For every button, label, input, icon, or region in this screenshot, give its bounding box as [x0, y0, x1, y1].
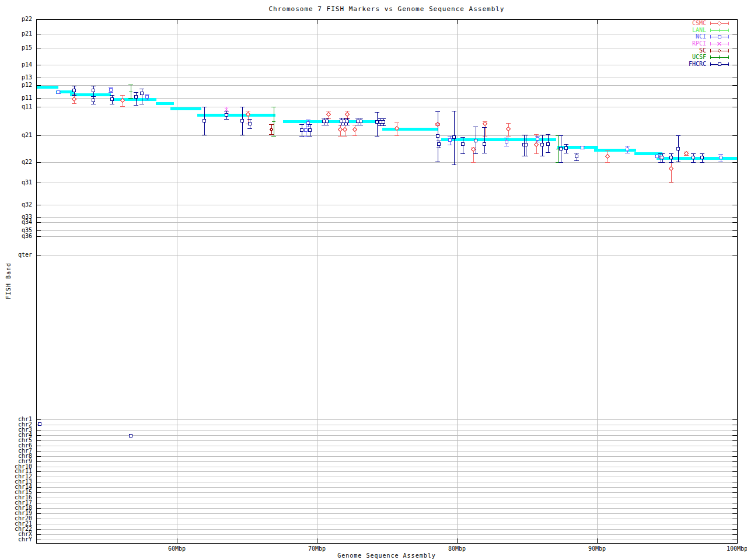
- legend-label-LANL: LANL: [692, 27, 706, 33]
- marker-FHCRC: [130, 435, 132, 438]
- marker-NCI: [581, 146, 584, 149]
- marker-FHCRC: [301, 129, 303, 132]
- y-tick-label: q21: [22, 132, 32, 138]
- marker-FHCRC: [575, 155, 578, 158]
- marker-FHCRC: [382, 121, 385, 124]
- marker-FHCRC: [241, 120, 244, 123]
- marker-FHCRC: [560, 148, 563, 150]
- marker-FHCRC: [326, 120, 329, 123]
- plot-canvas: p22p21p15p14p13p12p11q11q21q22q31q32q33q…: [0, 0, 747, 560]
- marker-FHCRC: [565, 147, 568, 150]
- marker-FHCRC: [701, 156, 704, 159]
- marker-CSMC: [343, 128, 347, 132]
- y-tick-label: p15: [22, 44, 32, 51]
- y-tick-label: q32: [22, 201, 32, 208]
- marker-FHCRC: [203, 120, 206, 123]
- legend-label-UCSF: UCSF: [692, 54, 706, 60]
- marker-CSMC: [353, 128, 357, 132]
- marker-FHCRC: [474, 139, 477, 142]
- marker-FHCRC: [225, 114, 228, 117]
- marker-FHCRC: [376, 121, 379, 124]
- y-tick-label: chrY: [18, 536, 32, 542]
- marker-FHCRC: [670, 156, 673, 159]
- legend-marker-SC: [718, 50, 721, 52]
- marker-NCI: [57, 91, 60, 94]
- marker-FHCRC: [111, 98, 114, 101]
- y-tick-label: q34: [22, 219, 32, 225]
- legend-label-NCI: NCI: [696, 33, 706, 40]
- marker-NCI: [505, 141, 508, 144]
- marker-FHCRC: [438, 143, 441, 146]
- marker-NCI: [626, 148, 629, 151]
- y-tick-label: qter: [18, 251, 32, 258]
- y-tick-label: p21: [22, 30, 32, 37]
- marker-FHCRC: [359, 120, 362, 123]
- marker-CSMC: [327, 113, 331, 117]
- marker-FHCRC: [141, 92, 144, 95]
- marker-FHCRC: [437, 135, 439, 138]
- marker-FHCRC: [453, 136, 456, 139]
- y-tick-label: p14: [22, 61, 32, 68]
- marker-FHCRC: [661, 156, 664, 159]
- marker-FHCRC: [462, 143, 465, 146]
- x-axis-label: Genome Sequence Assembly: [36, 552, 737, 559]
- marker-SC: [270, 128, 273, 131]
- marker-NCI: [656, 155, 659, 158]
- marker-CSMC: [483, 122, 487, 126]
- marker-FHCRC: [323, 120, 326, 123]
- y-tick-label: p11: [22, 94, 32, 101]
- marker-FHCRC: [249, 123, 252, 125]
- marker-CSMC: [507, 127, 511, 131]
- legend-label-FHCRC: FHCRC: [689, 61, 706, 67]
- marker-FHCRC: [541, 144, 544, 146]
- marker-CSMC: [345, 113, 350, 117]
- marker-CSMC: [472, 148, 476, 152]
- marker-CSMC: [606, 155, 610, 159]
- marker-FHCRC: [692, 156, 695, 159]
- x-tick-label: 90Mbp: [588, 545, 606, 552]
- marker-FHCRC: [525, 144, 528, 146]
- marker-CSMC: [669, 167, 673, 171]
- marker-FHCRC: [379, 121, 382, 124]
- y-tick-label: q36: [22, 233, 32, 239]
- legend-label-SC: SC: [699, 47, 706, 54]
- legend-marker-FHCRC: [718, 63, 721, 66]
- y-tick-label: p13: [22, 74, 32, 80]
- y-tick-label: p12: [22, 82, 32, 88]
- x-tick-label: 60Mbp: [168, 545, 186, 552]
- y-tick-label: q11: [22, 103, 32, 110]
- marker-NCI: [146, 96, 149, 99]
- marker-NCI: [449, 139, 452, 142]
- marker-NCI: [536, 138, 539, 141]
- marker-FHCRC: [39, 423, 41, 426]
- y-tick-label: q22: [22, 159, 32, 165]
- marker-NCI: [110, 89, 113, 92]
- marker-FHCRC: [483, 143, 486, 146]
- x-tick-label: 100Mbp: [727, 545, 747, 552]
- legend-marker-CSMC: [717, 22, 721, 26]
- marker-FHCRC: [677, 148, 680, 150]
- marker-CSMC: [338, 128, 343, 132]
- marker-FHCRC: [340, 120, 343, 123]
- y-tick-label: q31: [22, 179, 32, 186]
- legend-label-CSMC: CSMC: [692, 20, 706, 26]
- legend-label-RPCI: RPCI: [692, 40, 706, 47]
- y-tick-label: p22: [22, 16, 32, 22]
- marker-FHCRC: [92, 99, 95, 102]
- marker-FHCRC: [135, 96, 138, 99]
- marker-FHCRC: [346, 120, 349, 123]
- marker-CSMC: [685, 152, 689, 156]
- marker-FHCRC: [73, 89, 76, 92]
- marker-NCI: [720, 156, 722, 159]
- x-tick-label: 80Mbp: [448, 545, 466, 552]
- chart-title: Chromosome 7 FISH Markers vs Genome Sequ…: [36, 5, 737, 13]
- legend-marker-NCI: [718, 36, 721, 38]
- y-axis-label: FISH Band: [5, 258, 12, 304]
- chart-page: p22p21p15p14p13p12p11q11q21q22q31q32q33q…: [0, 0, 747, 560]
- marker-FHCRC: [547, 143, 550, 146]
- marker-FHCRC: [309, 129, 312, 132]
- marker-CSMC: [535, 143, 539, 147]
- x-tick-label: 70Mbp: [308, 545, 326, 552]
- marker-FHCRC: [357, 120, 359, 123]
- marker-FHCRC: [92, 89, 95, 92]
